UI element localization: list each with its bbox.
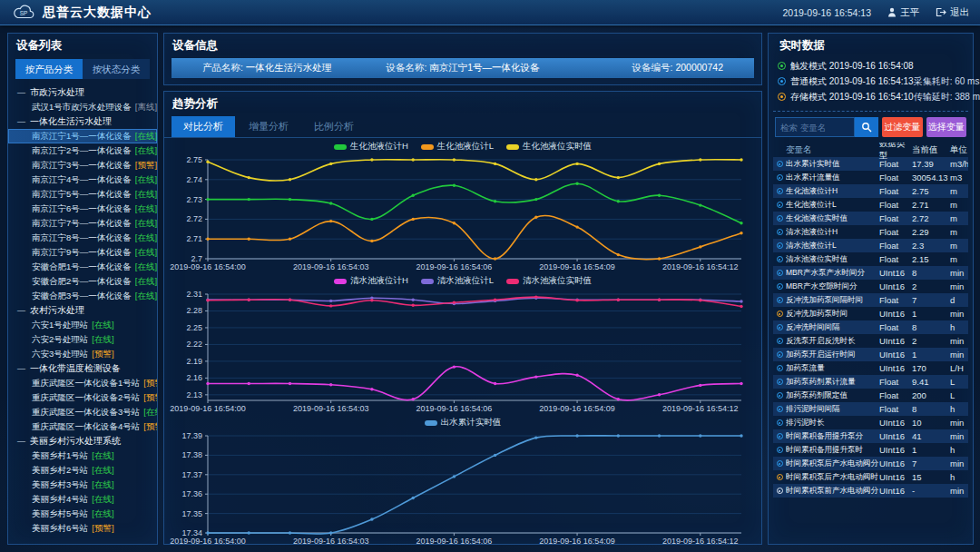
- legend-item[interactable]: 生化池液位计L: [421, 141, 494, 153]
- device-item[interactable]: 重庆武隆区一体化设备4号站[预警]: [8, 419, 157, 434]
- variable-ring-icon: [777, 202, 783, 208]
- variable-name: 生化池液位计L: [786, 200, 879, 211]
- device-item[interactable]: 南京江宁7号—一体化设备[在线]: [8, 216, 157, 231]
- device-group-header[interactable]: —一体化生活污水处理: [8, 114, 157, 129]
- variable-ring-dot: [779, 245, 780, 247]
- device-item[interactable]: 安徽合肥3号—一体化设备[在线]: [8, 289, 157, 303]
- device-item[interactable]: 重庆武隆区一体化设备1号站[预警]: [8, 376, 157, 390]
- logo-text: SP: [20, 10, 28, 16]
- device-item[interactable]: 美丽乡村5号站[在线]: [8, 507, 157, 521]
- device-status: [预警]: [143, 421, 157, 431]
- device-item[interactable]: 南京江宁9号—一体化设备[在线]: [8, 245, 157, 260]
- table-row[interactable]: 反洗泵开启反洗时长UInt162min: [773, 334, 968, 348]
- app-root: SP 思普云大数据中心 2019-09-16 16:54:13 王平 退出 设备…: [0, 0, 980, 552]
- trend-tab-1[interactable]: 对比分析: [172, 116, 235, 137]
- legend-item[interactable]: 清水池液位计L: [421, 275, 494, 287]
- variable-icon-cell: [773, 474, 786, 480]
- table-row[interactable]: 清水池液位计LFloat2.3m: [773, 239, 968, 252]
- device-info-value: 南京江宁1号—一体化设备: [429, 62, 539, 73]
- collapse-icon: —: [17, 303, 25, 318]
- device-item[interactable]: 美丽乡村2号站[在线]: [8, 463, 157, 478]
- device-item[interactable]: 安徽合肥2号—一体化设备[在线]: [8, 274, 157, 289]
- legend-item[interactable]: 出水累计实时值: [425, 417, 502, 429]
- legend-item[interactable]: 清水池液位实时值: [506, 275, 592, 287]
- legend-marker-icon: [421, 279, 434, 284]
- device-item[interactable]: 南京江宁2号—一体化设备[在线]: [8, 143, 157, 158]
- device-status: [在线]: [92, 508, 113, 518]
- variable-type: UInt16: [879, 309, 912, 319]
- table-row[interactable]: 加药泵开启运行时间UInt161min: [773, 348, 968, 361]
- table-row[interactable]: 出水累计实时值Float17.39m3/h: [773, 157, 968, 171]
- device-item[interactable]: 美丽乡村6号站[预警]: [8, 521, 157, 536]
- table-row[interactable]: 清水池液位计HFloat2.29m: [773, 225, 968, 239]
- table-row[interactable]: MBR产水泵产水时间分UInt168min: [773, 266, 968, 280]
- svg-text:2.13: 2.13: [186, 390, 202, 399]
- user-menu[interactable]: 王平: [887, 6, 919, 19]
- device-item[interactable]: 六安3号处理站[预警]: [8, 347, 157, 361]
- legend-item[interactable]: 清水池液位计H: [334, 275, 408, 287]
- table-row[interactable]: 生化池液位实时值Float2.72m: [773, 212, 968, 225]
- device-item[interactable]: 武汉1号市政污水处理设备[离线]: [8, 100, 157, 114]
- table-row[interactable]: 时间累积泵后产水电动阀分UInt167min: [773, 457, 968, 470]
- device-item[interactable]: 美丽乡村3号站[在线]: [8, 478, 157, 492]
- device-item[interactable]: 重庆武隆区一体化设备3号站[在线]: [8, 405, 157, 419]
- trend-tab-3[interactable]: 比例分析: [302, 116, 366, 137]
- device-item[interactable]: 南京江宁8号—一体化设备[在线]: [8, 231, 157, 245]
- table-row[interactable]: 加药泵药剂累计流量Float9.41L: [773, 375, 968, 389]
- table-row[interactable]: 加药泵药剂限定值Float200L: [773, 389, 968, 402]
- logout-button[interactable]: 退出: [936, 6, 969, 19]
- device-info-bar: 产品名称: 一体化生活污水处理设备名称: 南京江宁1号—一体化设备设备编号: 2…: [172, 58, 754, 78]
- table-row[interactable]: 出水累计流量值Float30054.13m3: [773, 171, 968, 184]
- device-item[interactable]: 南京江宁6号—一体化设备[在线]: [8, 202, 157, 216]
- table-row[interactable]: 时间累积泵后产水电动阀时UInt1615h: [773, 470, 968, 484]
- device-item[interactable]: 美丽乡村4号站[在线]: [8, 492, 157, 507]
- trend-tab-2[interactable]: 增量分析: [237, 116, 300, 137]
- variable-ring-icon: [777, 351, 783, 358]
- table-row[interactable]: 清水池液位实时值Float2.15m: [773, 252, 968, 266]
- device-item[interactable]: 安徽合肥1号—一体化设备[在线]: [8, 260, 157, 274]
- table-row[interactable]: 排污泥时长UInt1610min: [773, 416, 968, 429]
- table-row[interactable]: 时间累积备用提升泵时UInt161h: [773, 443, 968, 457]
- device-item[interactable]: 六安1号处理站[在线]: [8, 318, 157, 332]
- device-group-header[interactable]: —美丽乡村污水处理系统: [8, 434, 157, 448]
- legend-item[interactable]: 生化池液位实时值: [506, 141, 592, 153]
- device-item[interactable]: 南京江宁5号—一体化设备[在线]: [8, 187, 157, 202]
- device-status: [在线]: [135, 276, 157, 286]
- variable-unit: min: [950, 281, 968, 291]
- variable-ring-icon: [777, 256, 783, 262]
- device-item[interactable]: 南京江宁3号—一体化设备[预警]: [8, 158, 157, 172]
- variable-value: 8: [912, 404, 950, 414]
- device-item[interactable]: 南京江宁1号—一体化设备[在线]: [8, 129, 157, 143]
- search-input[interactable]: [775, 117, 855, 137]
- table-row[interactable]: 时间累积泵前产水电动阀分UInt16-min: [773, 484, 968, 498]
- legend-item[interactable]: 生化池液位计H: [334, 141, 408, 153]
- device-item[interactable]: 重庆武隆区一体化设备2号站[预警]: [8, 390, 157, 405]
- device-item[interactable]: 六安2号处理站[在线]: [8, 332, 157, 347]
- table-row[interactable]: 反冲洗加药泵间隔时间Float7d: [773, 293, 968, 307]
- device-item[interactable]: 美丽乡村1号站[在线]: [8, 448, 157, 463]
- table-row[interactable]: MBR产水空隙时间分UInt162min: [773, 280, 968, 293]
- search-button[interactable]: [855, 117, 878, 137]
- filter-variables-button[interactable]: 过滤变量: [882, 117, 923, 137]
- table-row[interactable]: 排污泥时间间隔Float8h: [773, 402, 968, 416]
- table-row[interactable]: 加药泵流量UInt16170L/H: [773, 361, 968, 375]
- device-group-header[interactable]: —市政污水处理: [8, 85, 157, 100]
- table-row[interactable]: 反冲洗加药泵时间UInt161min: [773, 307, 968, 320]
- device-group-header[interactable]: —一体化带温度检测设备: [8, 361, 157, 376]
- sidebar-tab-2[interactable]: 按状态分类: [83, 59, 150, 79]
- header-right: 2019-09-16 16:54:13 王平 退出: [783, 6, 970, 19]
- variable-ring-dot: [779, 422, 780, 424]
- device-item[interactable]: 南京江宁4号—一体化设备[在线]: [8, 172, 157, 187]
- table-row[interactable]: 生化池液位计HFloat2.75m: [773, 184, 968, 198]
- sidebar-tab-1[interactable]: 按产品分类: [15, 59, 83, 79]
- variable-type: Float: [879, 172, 912, 182]
- table-row[interactable]: 反冲洗时间间隔Float8h: [773, 320, 968, 334]
- table-row[interactable]: 时间累积备用提升泵分UInt1641min: [773, 429, 968, 443]
- variable-unit: h: [950, 322, 968, 332]
- variable-name: 加药泵开启运行时间: [786, 350, 879, 360]
- variable-unit: m3: [950, 172, 968, 182]
- select-variables-button[interactable]: 选择变量: [926, 117, 967, 137]
- device-group-header[interactable]: —农村污水处理: [8, 303, 157, 318]
- variable-icon-cell: [773, 433, 786, 439]
- table-row[interactable]: 生化池液位计LFloat2.71m: [773, 198, 968, 212]
